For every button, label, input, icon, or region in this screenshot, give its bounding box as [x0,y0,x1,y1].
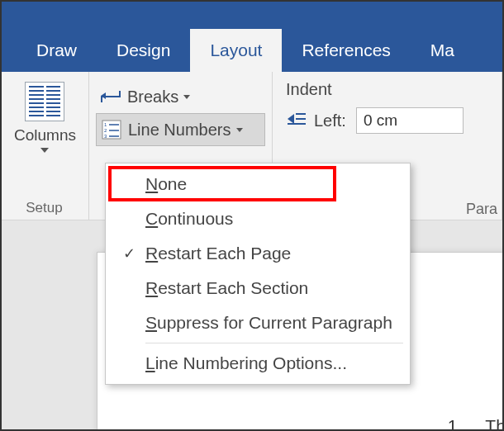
menu-item-restart-section[interactable]: Restart Each Section [107,271,408,305]
tab-mailings[interactable]: Ma [411,29,474,72]
menu-item-continuous[interactable]: Continuous [107,201,408,236]
line-numbers-menu: None Continuous ✓ Restart Each Page Rest… [105,163,411,385]
menu-item-restart-page-label: Restart Each Page [145,244,291,263]
chevron-down-icon [183,95,190,99]
menu-item-options-label: Line Numbering Options... [145,353,347,373]
menu-item-restart-page[interactable]: ✓ Restart Each Page [107,236,408,271]
menu-item-suppress[interactable]: Suppress for Current Paragraph [107,305,408,340]
tab-draw[interactable]: Draw [17,29,97,72]
menu-separator [145,343,403,343]
chevron-down-icon [236,128,243,132]
check-icon: ✓ [112,244,145,263]
document-line: 1 This [448,416,504,431]
menu-item-options[interactable]: Line Numbering Options... [107,346,408,381]
menu-item-continuous-label: Continuous [145,209,233,229]
svg-marker-11 [288,114,294,124]
group-page-setup-left: Columns Setup [2,72,89,220]
svg-rect-2 [119,91,121,97]
chevron-down-icon [40,148,49,153]
breaks-label: Breaks [127,88,178,107]
svg-rect-1 [101,96,102,102]
indent-left-label: Left: [314,111,346,130]
indent-left-input[interactable] [356,107,464,134]
indent-title: Indent [279,78,495,104]
tab-layout[interactable]: Layout [190,29,282,72]
line-text: This [485,416,504,431]
columns-icon [25,82,64,121]
group-label-setup: Setup [24,198,65,218]
menu-item-none-label: None [145,174,187,194]
line-number: 1 [448,416,458,431]
tab-design[interactable]: Design [97,29,190,72]
tab-references[interactable]: References [282,29,410,72]
menu-item-restart-section-label: Restart Each Section [145,278,308,298]
line-numbers-label: Line Numbers [128,121,231,140]
breaks-button[interactable]: Breaks [96,80,265,113]
columns-label: Columns [14,126,76,144]
line-numbers-button[interactable]: 1 2 3 Line Numbers [96,113,265,146]
indent-left-row: Left: [279,104,495,137]
ribbon-tabs: Draw Design Layout References Ma [2,2,502,72]
menu-item-suppress-label: Suppress for Current Paragraph [145,313,392,333]
menu-item-none[interactable]: None [107,167,408,201]
breaks-icon [99,88,122,106]
group-label-paragraph: Para [466,201,497,218]
indent-left-icon [286,111,307,131]
columns-button[interactable]: Columns [12,78,78,156]
line-numbers-icon: 1 2 3 [100,120,123,140]
